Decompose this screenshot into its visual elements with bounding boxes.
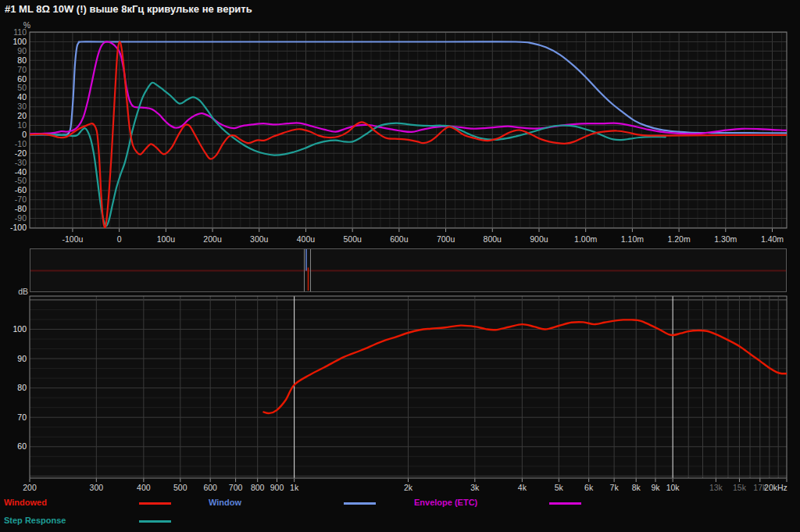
time-axis-tick-label: 1.30m — [714, 234, 737, 244]
legend-label-windowed: Windowed — [4, 498, 47, 507]
freq-axis-tick-label: 4k — [518, 483, 527, 492]
percent-axis-tick-label: 30 — [17, 102, 27, 111]
time-axis-tick-label: 500u — [343, 234, 362, 244]
freq-axis-tick-label: 7k — [610, 483, 620, 492]
percent-axis-tick-label: 70 — [17, 65, 27, 74]
freq-axis-tick-label: 1k — [290, 483, 299, 492]
freq-axis-tick-label: 6k — [584, 483, 594, 492]
db-axis-tick-label: 70 — [17, 412, 27, 422]
time-axis-tick-label: 600u — [390, 234, 409, 244]
freq-axis-tick-label: 5k — [555, 483, 564, 492]
db-axis-tick-label: 90 — [17, 354, 27, 363]
percent-axis-unit: % — [23, 20, 30, 30]
freq-axis-tick-label: 400 — [137, 483, 151, 492]
legend-line-sample-envelope-etc — [549, 502, 581, 505]
time-plot-area[interactable] — [30, 32, 787, 228]
time-axis-tick-label: 0 — [117, 234, 122, 244]
freq-axis-tick-label: 200 — [23, 483, 37, 492]
percent-axis-tick-label: 40 — [17, 92, 27, 102]
percent-axis-tick-label: -80 — [15, 204, 27, 213]
freq-axis-tick-label: 8k — [632, 483, 641, 492]
percent-axis-tick-label: 50 — [17, 83, 27, 92]
time-axis-tick-label: 800u — [484, 234, 502, 244]
impulse-overview-strip: dB — [18, 249, 786, 297]
percent-axis-tick-label: -90 — [15, 213, 27, 223]
db-axis-unit: dB — [18, 287, 28, 296]
legend-label-step-response: Step Response — [4, 516, 66, 525]
percent-axis-tick-label: -60 — [15, 185, 27, 195]
percent-axis-tick-label: 0 — [22, 130, 27, 139]
time-axis-tick-label: 200u — [203, 234, 222, 244]
freq-axis-tick-label: 700 — [229, 483, 243, 492]
db-axis-tick-label: 80 — [17, 383, 27, 392]
freq-axis-tick-label: 2k — [404, 483, 413, 492]
time-axis-tick-label: 900u — [530, 234, 548, 244]
percent-axis-tick-label: 100 — [12, 37, 27, 46]
freq-axis-tick-label: 13k — [709, 483, 723, 492]
time-axis-tick-label: -100u — [62, 234, 83, 244]
percent-axis-tick-label: -30 — [15, 158, 27, 167]
percent-axis-tick-label: 60 — [17, 74, 27, 84]
time-axis-tick-label: 300u — [250, 234, 269, 244]
percent-axis-tick-label: 20 — [17, 111, 27, 120]
db-axis-tick-label: 100 — [12, 324, 27, 334]
freq-axis-tick-label: 3k — [470, 483, 480, 492]
db-axis-tick-label: 60 — [17, 441, 27, 451]
time-chart: -100u0100u200u300u400u500u600u700u800u90… — [10, 20, 787, 244]
percent-axis-tick-label: -70 — [15, 195, 27, 204]
legend-label-envelope-etc: Envelope (ETC) — [414, 498, 477, 507]
freq-axis-tick-label: 9k — [651, 483, 660, 492]
time-axis-tick-label: 1.10m — [621, 234, 644, 244]
percent-axis-tick-label: -10 — [15, 139, 27, 148]
freq-axis-tick-label: 10k — [666, 483, 680, 492]
time-axis-tick-label: 100u — [157, 234, 176, 244]
legend-label-window: Window — [209, 498, 241, 507]
frequency-plot-area[interactable] — [30, 296, 787, 478]
app-window: #1 ML 8Ω 10W (!) выше 8кГц кривульке не … — [0, 0, 800, 532]
percent-axis-tick-label: -100 — [10, 223, 27, 232]
legend-line-sample-windowed — [139, 502, 171, 505]
time-axis-tick-label: 1.20m — [667, 234, 690, 244]
percent-axis-tick-label: 90 — [17, 46, 27, 55]
time-axis-tick-label: 1.00m — [574, 234, 597, 244]
time-axis-tick-label: 1.40m — [761, 234, 784, 244]
time-axis-tick-label: 700u — [437, 234, 455, 244]
percent-axis-tick-label: -20 — [15, 148, 27, 158]
freq-axis-tick-label: 20kHz — [764, 483, 788, 492]
percent-axis-tick-label: 80 — [17, 55, 27, 65]
freq-axis-tick-label: 300 — [90, 483, 104, 492]
freq-axis-tick-label: 15k — [733, 483, 747, 492]
percent-axis-tick-label: -40 — [15, 167, 27, 177]
freq-axis-tick-label: 600 — [203, 483, 217, 492]
freq-axis-tick-label: 900 — [270, 483, 284, 492]
legend-line-sample-step-response — [139, 520, 171, 523]
charts-canvas: -100u0100u200u300u400u500u600u700u800u90… — [0, 0, 800, 532]
percent-axis-tick-label: -50 — [15, 176, 27, 185]
frequency-chart: 2003004005006007008009001k2k3k4k5k6k7k8k… — [12, 296, 787, 492]
time-axis-tick-label: 400u — [297, 234, 316, 244]
percent-axis-tick-label: 10 — [17, 120, 27, 130]
freq-axis-tick-label: 800 — [251, 483, 265, 492]
legend-line-sample-window — [344, 502, 376, 505]
freq-axis-tick-label: 500 — [173, 483, 188, 492]
charts-svg: -100u0100u200u300u400u500u600u700u800u90… — [0, 0, 800, 532]
